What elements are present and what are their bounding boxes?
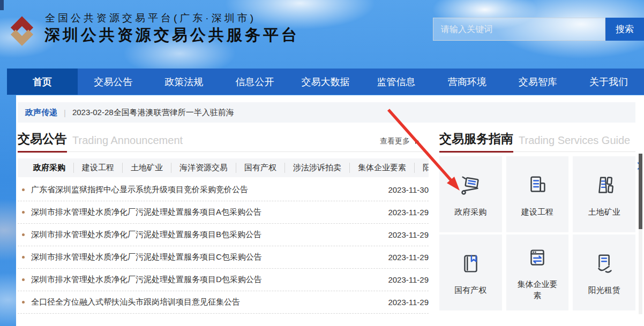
- service-card-government-procurement[interactable]: 政府采购: [439, 156, 502, 232]
- announcement-row[interactable]: 深圳市排水管理处水质净化厂污泥处理处置服务项目C包采购公告 2023-11-29: [18, 246, 429, 269]
- announcement-title: 深圳市排水管理处水质净化厂污泥处理处置服务项目D包采购公告: [31, 275, 381, 285]
- content-panel: 政声传递 | 2023-02-28全国粤港澳联营律所一半入驻前海 交易公告 Tr…: [16, 95, 644, 326]
- announcement-title: 广东省深圳监狱指挥中心显示系统升级项目竞价采购竞价公告: [31, 185, 381, 195]
- service-card-state-property[interactable]: 国有产权: [439, 234, 502, 310]
- nav-item-trade-announcements[interactable]: 交易公告: [78, 69, 148, 95]
- bullet-icon: [22, 301, 25, 304]
- ticker-headline-link[interactable]: 2023-02-28全国粤港澳联营律所一半入驻前海: [72, 108, 234, 118]
- announcement-title: 深圳市排水管理处水质净化厂污泥处理处置服务项目B包采购公告: [31, 230, 381, 240]
- services-title: 交易服务指南: [439, 131, 513, 151]
- search-button[interactable]: 搜索: [605, 18, 644, 41]
- nav-item-think-tank[interactable]: 交易智库: [503, 69, 573, 95]
- announcement-date: 2023-11-29: [388, 208, 429, 217]
- collective-enterprise-exchange-icon: [525, 244, 550, 272]
- nav-item-policies[interactable]: 政策法规: [148, 69, 219, 95]
- search-input[interactable]: [433, 18, 605, 41]
- tab-land-mining[interactable]: 土地矿业: [122, 163, 171, 173]
- announcement-row[interactable]: 广东省深圳监狱指挥中心显示系统升级项目竞价采购竞价公告 2023-11-30: [18, 179, 429, 201]
- tab-collective-enterprise[interactable]: 集体企业要素: [349, 163, 414, 173]
- news-ticker: 政声传递 | 2023-02-28全国粤港澳联营律所一半入驻前海: [18, 102, 635, 123]
- service-card-land-mining[interactable]: 土地矿业: [573, 156, 635, 232]
- nav-item-information-disclosure[interactable]: 信息公开: [219, 69, 290, 95]
- construction-building-icon: [525, 172, 550, 200]
- announcements-subtitle: Trading Announcement: [72, 134, 183, 151]
- bullet-icon: [22, 278, 25, 281]
- site-logo-icon: [6, 14, 38, 50]
- services-header: 交易服务指南 Trading Services Guide: [439, 131, 635, 152]
- bullet-icon: [22, 211, 25, 214]
- announcement-date: 2023-11-29: [388, 275, 429, 284]
- view-more-label: 查看更多: [380, 137, 410, 146]
- corner-chip: [0, 0, 4, 10]
- services-subtitle: Trading Services Guide: [519, 134, 630, 151]
- announcement-date: 2023-11-29: [388, 298, 429, 307]
- main-nav: 首页 交易公告 政策法规 信息公开 交易大数据 监管信息 营商环境 交易智库 关…: [7, 69, 644, 95]
- service-card-label: 政府采购: [454, 206, 486, 217]
- bullet-icon: [22, 256, 25, 259]
- announcement-title: 全口径全方位融入式帮扶汕头市跟岗培训项目意见征集公告: [31, 297, 381, 307]
- service-card-label: 建设工程: [521, 206, 553, 217]
- announcement-row[interactable]: 深圳市排水管理处水质净化厂污泥处理处置服务项目B包采购公告 2023-11-29: [18, 224, 429, 246]
- page: 全国公共资源交易平台(广东·深圳市) 深圳公共资源交易公共服务平台 搜索 首页 …: [0, 0, 644, 326]
- announcements-header: 交易公告 Trading Announcement 查看更多: [18, 131, 429, 152]
- nav-item-big-data[interactable]: 交易大数据: [290, 69, 361, 95]
- ticker-separator: |: [64, 108, 66, 117]
- announcement-title: 深圳市排水管理处水质净化厂污泥处理处置服务项目C包采购公告: [31, 252, 381, 262]
- land-mining-icon: [592, 172, 617, 200]
- announcement-row[interactable]: 全口径全方位融入式帮扶汕头市跟岗培训项目意见征集公告 2023-11-29: [18, 291, 429, 314]
- bullet-icon: [22, 188, 25, 191]
- sunshine-leasing-doc-hand-icon: [592, 250, 617, 278]
- announcement-date: 2023-11-30: [388, 185, 429, 194]
- view-more-link[interactable]: 查看更多: [380, 137, 429, 151]
- nav-item-home[interactable]: 首页: [7, 69, 78, 95]
- tab-judicial-auction[interactable]: 涉法涉诉拍卖: [284, 163, 349, 173]
- announcement-date: 2023-11-29: [388, 253, 429, 262]
- announcement-list: 广东省深圳监狱指挥中心显示系统升级项目竞价采购竞价公告 2023-11-30 深…: [18, 179, 429, 314]
- announcements-title: 交易公告: [18, 131, 67, 151]
- bullet-icon: [22, 233, 25, 236]
- nav-item-business-environment[interactable]: 营商环境: [432, 69, 503, 95]
- scrollbar-track[interactable]: [639, 154, 642, 314]
- announcement-title: 深圳市排水管理处水质净化厂污泥处理处置服务项目A包采购公告: [31, 207, 381, 217]
- service-card-sunshine-leasing[interactable]: 阳光租赁: [573, 234, 635, 310]
- announcement-row[interactable]: 深圳市排水管理处水质净化厂污泥处理处置服务项目A包采购公告 2023-11-29: [18, 201, 429, 224]
- site-title-line2: 深圳公共资源交易公共服务平台: [44, 25, 299, 46]
- service-card-label: 土地矿业: [588, 206, 620, 217]
- service-card-construction[interactable]: 建设工程: [506, 156, 569, 232]
- site-title-line1: 全国公共资源交易平台(广东·深圳市): [45, 11, 256, 25]
- announcement-tabs: 政府采购 建设工程 土地矿业 海洋资源交易 国有产权 涉法涉诉拍卖 集体企业要素…: [18, 158, 429, 177]
- service-card-label: 国有产权: [454, 284, 486, 295]
- tab-sunshine-leasing[interactable]: 阳光租赁: [414, 163, 429, 173]
- tab-construction[interactable]: 建设工程: [73, 163, 122, 173]
- services-grid: 政府采购 建设工程: [439, 156, 635, 310]
- state-property-book-icon: [458, 250, 483, 278]
- procurement-cart-icon: [458, 172, 483, 200]
- announcement-date: 2023-11-29: [388, 230, 429, 239]
- tab-marine-resources[interactable]: 海洋资源交易: [171, 163, 236, 173]
- service-card-label: 集体企业要素: [515, 278, 560, 301]
- announcement-row[interactable]: 深圳市排水管理处水质净化厂污泥处理处置服务项目D包采购公告 2023-11-29: [18, 269, 429, 291]
- nav-item-about-us[interactable]: 关于我们: [573, 69, 644, 95]
- ticker-category-link[interactable]: 政声传递: [25, 108, 57, 118]
- tab-government-procurement[interactable]: 政府采购: [25, 163, 73, 173]
- scrollbar-thumb[interactable]: [639, 154, 642, 229]
- service-card-collective-enterprise[interactable]: 集体企业要素: [506, 234, 569, 310]
- nav-item-supervision[interactable]: 监管信息: [361, 69, 432, 95]
- service-card-label: 阳光租赁: [588, 284, 620, 295]
- tab-state-property[interactable]: 国有产权: [236, 163, 284, 173]
- search-box: 搜索: [433, 18, 644, 41]
- view-more-arrow-icon: [415, 139, 419, 144]
